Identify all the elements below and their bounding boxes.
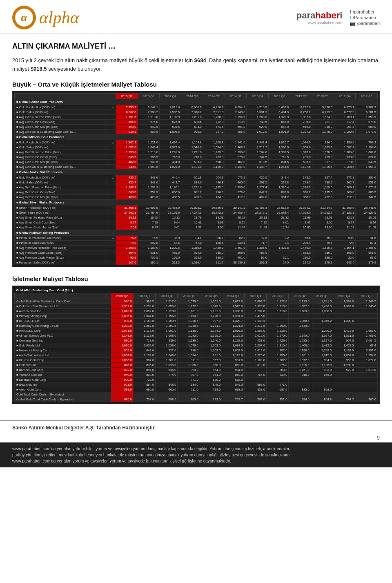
table-row: ■ Avg Gold All-in Sustaining Cash Cost (…	[15, 164, 378, 169]
table-row: ■ DRDGOLD Ltd992.81,150.61,150.61,236.59…	[15, 318, 378, 323]
table2-subheader: Gold All-in Sustaining Cash Cost ($/oz)	[15, 288, 378, 293]
table-row: ■ Kinross Gold Corp1,006.0987.01,001.091…	[15, 357, 378, 362]
table-row: ■ Avg Silver Realized Price ($/oz)16.321…	[15, 215, 378, 220]
table-row: ■ Platinum Sales (000's oz)79.2202.863.6…	[15, 240, 378, 245]
section-header-row: ■ Global Platinum Mining Producers	[15, 230, 378, 235]
table-row: ■ Avg Platinum Realized Price ($/oz)1,10…	[15, 245, 378, 250]
col-2013q3: 2013 Q3	[268, 93, 290, 99]
table-row: ■ Gold Fields Ltd1,020.01,032.01,039.01,…	[15, 343, 378, 348]
col-2014q2: 2014 Q2	[200, 293, 222, 299]
main-content: ALTIN ÇIKARMA MALİYETİ … 2015 yılı 2.çey…	[0, 34, 392, 420]
parahaberi-logo: parahaberi www.parahaberi.com f /parahab…	[296, 9, 380, 26]
section1-title: Büyük – Orta ve Küçük İşletmeler Maliyet…	[12, 81, 380, 88]
footer-disclaimer: www.parahaberi.com'da yer alan yatırım b…	[0, 442, 392, 467]
table-row: ■ Avg Platinum Cash Costs ($/oz)804.0531…	[15, 250, 378, 255]
alpha-brand: α αlphα	[12, 6, 79, 29]
section-header-row: ■ Global Mid-tier Gold Producers	[15, 134, 378, 140]
table-row: ■ Avg Silver Cash Cost ($/oz)8.677.299.6…	[15, 220, 378, 225]
table-row: ■ Gold Production (000's oz)1,362.21,221…	[15, 140, 378, 145]
section2-title: İşletmeler Maliyet Tablosu	[12, 275, 380, 282]
col-2013q4: 2013 Q4	[247, 93, 268, 99]
col-label	[15, 293, 107, 299]
table-row: ■ IAMGOLD Corp1,071.01,113.01,001.01,115…	[15, 328, 378, 333]
col-label	[15, 93, 107, 99]
trend-icon	[111, 236, 114, 240]
col-trend	[107, 293, 111, 299]
logo-left: α αlphα	[12, 6, 79, 29]
table-row: ■ Newmont Mining Corp909.0849.0922.0998.…	[15, 348, 378, 353]
table-row: ■ AuRico Gold Inc1,043.01,092.01,128.01,…	[15, 308, 378, 313]
col-2012q3: 2012 Q3	[356, 93, 378, 99]
trend-icon	[111, 141, 114, 144]
col-2014q1: 2014 Q1	[222, 293, 244, 299]
facebook-link: f /parahaberi	[350, 9, 380, 14]
col-2015q2: 2015 Q2	[116, 93, 138, 99]
table-row: ■ Avg Gold Cash Costs ($/oz)645.5706.571…	[15, 154, 378, 159]
instagram-icon: 📷	[350, 21, 355, 26]
table-row: ■ Primary Mining Corp1,036.01,044.01,196…	[15, 313, 378, 318]
table-row: ■ Avg Gold Cash Margin ($/oz)503.0542.55…	[15, 124, 378, 129]
table-row: ■ Barrick Gold Corp922.0894.0934.0894.08…	[15, 367, 378, 372]
twitter-icon: t	[350, 15, 351, 20]
body-text: 2015 yılı 2.çeyrek için altın nakit çıka…	[12, 56, 380, 74]
table-row: ■ Avg Gold Cash Cost ($/oz)664.0675.0675…	[15, 119, 378, 124]
table-row: ■ Harmony Gold Mining Co Ltd1,233.01,257…	[15, 323, 378, 328]
companies-table: Gold All-in Sustaining Cash Cost ($/oz) …	[14, 288, 378, 402]
para-brand: parahaberi www.parahaberi.com	[296, 10, 343, 25]
col-2012q3: 2012 Q3	[355, 293, 378, 299]
page-number: 9	[0, 433, 392, 442]
table-row: ■ Silver Production (000's oz)↑↑31,468.1…	[15, 205, 378, 210]
table-row: ■ Palladium Sales (000's oz)167.0196.121…	[15, 260, 378, 265]
alpha-symbol: α	[15, 9, 33, 27]
table2-body: Global Gold All-in Sustaining Cash Cost……	[15, 299, 378, 402]
table-row: ■ Goldcorp Star Resources Ltd1,302.01,23…	[15, 304, 378, 308]
page-header: α αlphα parahaberi www.parahaberi.com f …	[0, 0, 392, 34]
trend-icon	[111, 105, 114, 109]
table-row: ■ Gold Sales (000's oz)1,652.01,643.41,9…	[15, 145, 378, 150]
instagram-link: 📷 /parahaberi	[350, 21, 380, 26]
table-row: ■ Alacir Gold Corp598.0690.0660.0711.071…	[15, 387, 378, 392]
facebook-icon: f	[350, 9, 351, 14]
col-2014q3: 2014 Q3	[178, 293, 200, 299]
alpha-text: αlphα	[39, 9, 79, 26]
col-2013q1: 2013 Q1	[311, 293, 333, 299]
section-header-row: ■ Global Silver Mining Producers	[15, 199, 378, 205]
table-row: ■ Gold Production (000's oz)7,250.96,147…	[15, 105, 378, 109]
col-2014q4: 2014 Q4	[159, 93, 181, 99]
col-2014q1: 2014 Q1	[225, 93, 247, 99]
table-row: Global Gold All-in Sustaining Cash Cost……	[15, 299, 378, 304]
col-2015q1: 2015 Q1	[133, 293, 155, 299]
twitter-link: t /Parahaberi	[350, 15, 380, 20]
logo-right: parahaberi www.parahaberi.com f /parahab…	[296, 9, 380, 26]
col-2013q4: 2013 Q4	[244, 293, 266, 299]
footer-company: Sanko Yatırım Menkul Değerler A.Ş. Taraf…	[0, 420, 392, 433]
col-2015q2: 2015 Q2	[111, 293, 133, 299]
table-row: ■ Centerra Gold Inc930.0718.0939.01,139.…	[15, 338, 378, 343]
col-2013q2: 2013 Q2	[289, 293, 311, 299]
table-row: ■ Gold Production (000's oz)433.5348.644…	[15, 175, 378, 180]
alpha-circle-logo: α	[12, 6, 36, 29]
table1-wrapper: 2015 Q2 2015 Q1 2014 Q4 2014 Q3 2014 Q2 …	[12, 91, 380, 267]
table2-header-label: Gold All-in Sustaining Cash Cost ($/oz)	[15, 288, 378, 293]
col-2013q3: 2013 Q3	[266, 293, 288, 299]
col-2013q2: 2013 Q2	[290, 93, 312, 99]
col-2014q4: 2014 Q4	[155, 293, 177, 299]
col-2014q3: 2014 Q3	[181, 93, 203, 99]
table-row: ■ Gold Sales (000's oz)8,062.07,908.27,5…	[15, 109, 378, 114]
table-row: ■ Avg Gold Cash Cost ($/oz)663.5752.9666…	[15, 190, 378, 194]
col-trend	[107, 93, 116, 99]
table-row: ■ Avg Gold All-in Sustaining Cash Cost (…	[15, 129, 378, 134]
table-row: Gold Total Cash Costs – Byproduct	[15, 392, 378, 397]
table-row: ■ Gold Sales (000's oz)350.7343.0442.732…	[15, 180, 378, 185]
table-row: ■ Platinum Production (000's oz)76.675.9…	[15, 235, 378, 240]
social-links: f /parahaberi t /Parahaberi 📷 /parahaber…	[350, 9, 380, 26]
table-row: ■ Yamana Gold Inc949.0893.0774.0807.0864…	[15, 372, 378, 377]
col-2015q1: 2015 Q1	[138, 93, 159, 99]
table-row: ■ AngloGold Ashanti Ltd1,054.01,134.01,0…	[15, 353, 378, 357]
table-row: ■ Avg Gold Cash Margin ($/oz)468.0428.64…	[15, 194, 378, 199]
table-row: ■ Avg Gold Realized Price ($/oz)1,188.71…	[15, 185, 378, 190]
table-row: ■ Avg Silver Cash Margin ($/oz)7.518.836…	[15, 225, 378, 230]
col-2014q2: 2014 Q2	[203, 93, 225, 99]
table1-header-row: 2015 Q2 2015 Q1 2014 Q4 2014 Q3 2014 Q2 …	[15, 93, 378, 99]
parahaberi-name: parahaberi	[296, 10, 343, 21]
